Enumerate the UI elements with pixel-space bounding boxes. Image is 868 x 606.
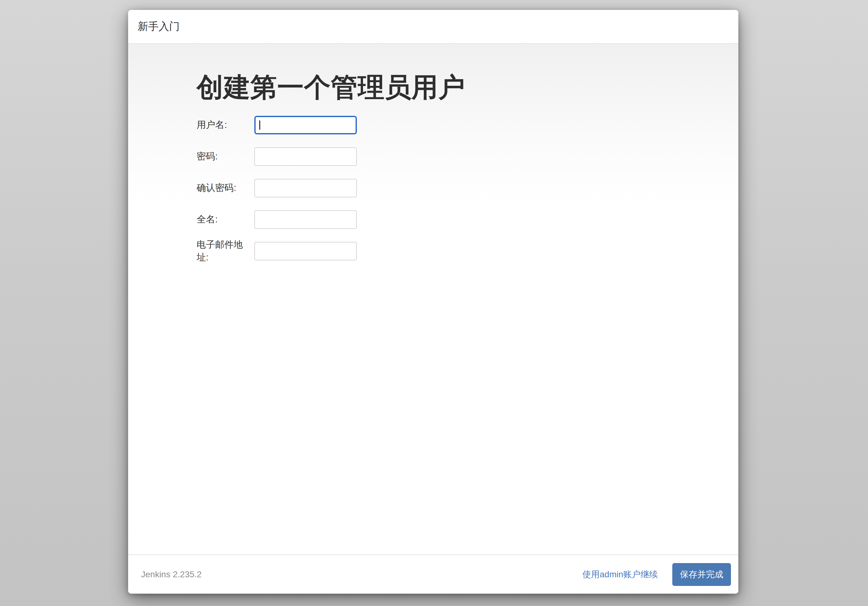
fullname-input-wrap bbox=[254, 210, 357, 229]
password-label: 密码: bbox=[197, 150, 254, 163]
admin-user-form: 用户名: 密码: 确认密码: 全名: bbox=[197, 116, 738, 260]
password-input-wrap bbox=[254, 147, 357, 166]
setup-wizard-dialog: 新手入门 创建第一个管理员用户 用户名: 密码: 确认密码: bbox=[128, 10, 738, 594]
field-row-email: 电子邮件地址: bbox=[197, 242, 738, 260]
email-input-wrap bbox=[254, 242, 357, 260]
password-input[interactable] bbox=[254, 147, 357, 166]
username-label: 用户名: bbox=[197, 119, 254, 131]
jenkins-version-label: Jenkins 2.235.2 bbox=[141, 570, 202, 580]
field-row-confirm-password: 确认密码: bbox=[197, 179, 738, 197]
page-title: 创建第一个管理员用户 bbox=[197, 73, 738, 102]
dialog-content: 创建第一个管理员用户 用户名: 密码: 确认密码: bbox=[128, 44, 738, 555]
dialog-footer: Jenkins 2.235.2 使用admin账户继续 保存并完成 bbox=[128, 555, 738, 594]
field-row-fullname: 全名: bbox=[197, 210, 738, 229]
field-row-password: 密码: bbox=[197, 147, 738, 166]
confirm-password-input[interactable] bbox=[254, 179, 357, 197]
confirm-password-input-wrap bbox=[254, 179, 357, 197]
continue-as-admin-link[interactable]: 使用admin账户继续 bbox=[583, 569, 658, 580]
email-input[interactable] bbox=[254, 242, 357, 260]
dialog-header: 新手入门 bbox=[128, 10, 738, 44]
save-and-finish-button[interactable]: 保存并完成 bbox=[672, 563, 731, 586]
text-cursor bbox=[259, 120, 260, 130]
email-label: 电子邮件地址: bbox=[197, 238, 254, 264]
fullname-input[interactable] bbox=[254, 210, 357, 229]
dialog-header-title: 新手入门 bbox=[138, 19, 180, 34]
username-input-wrap bbox=[254, 116, 357, 134]
username-input[interactable] bbox=[254, 116, 357, 134]
fullname-label: 全名: bbox=[197, 213, 254, 226]
confirm-password-label: 确认密码: bbox=[197, 182, 254, 194]
footer-actions: 使用admin账户继续 保存并完成 bbox=[583, 563, 731, 586]
field-row-username: 用户名: bbox=[197, 116, 738, 134]
